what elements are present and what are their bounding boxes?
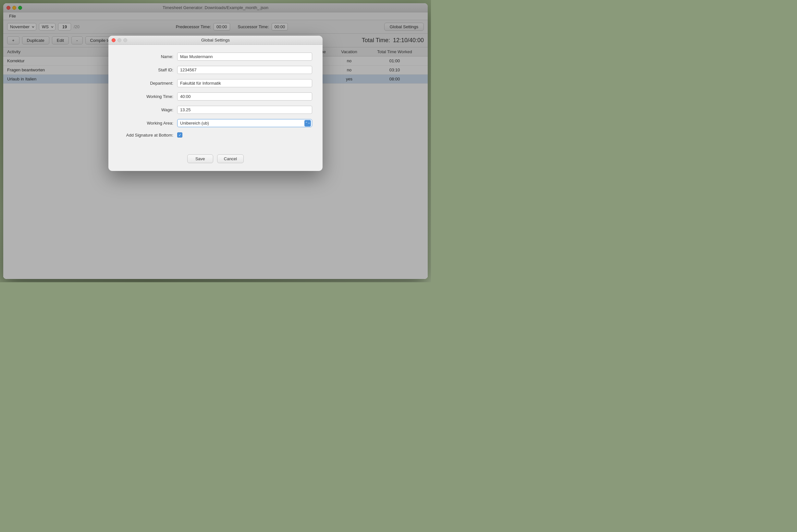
- working-area-select[interactable]: Unibereich (ub): [177, 119, 312, 127]
- staff-id-row: Staff ID:: [119, 66, 312, 74]
- working-area-select-wrapper: Unibereich (ub): [177, 119, 312, 127]
- name-label: Name:: [119, 54, 177, 59]
- signature-row: Add Signature at Bottom:: [119, 132, 312, 137]
- wage-input[interactable]: [177, 106, 312, 114]
- modal-overlay: Global Settings Name: Staff ID: Departme…: [3, 3, 428, 279]
- modal-title-bar: Global Settings: [108, 36, 322, 45]
- save-button[interactable]: Save: [187, 154, 213, 163]
- modal-body: Name: Staff ID: Department: Working Time…: [108, 45, 322, 149]
- name-input[interactable]: [177, 53, 312, 61]
- modal-close-button[interactable]: [112, 38, 115, 42]
- working-area-label: Working Area:: [119, 121, 177, 126]
- working-area-row: Working Area: Unibereich (ub): [119, 119, 312, 127]
- signature-label: Add Signature at Bottom:: [119, 133, 177, 137]
- department-input[interactable]: [177, 79, 312, 87]
- name-row: Name:: [119, 53, 312, 61]
- working-time-input[interactable]: [177, 92, 312, 100]
- working-time-row: Working Time:: [119, 92, 312, 100]
- wage-label: Wage:: [119, 107, 177, 112]
- modal-maximize-button: [123, 38, 127, 42]
- cancel-button[interactable]: Cancel: [217, 154, 244, 163]
- modal-footer: Save Cancel: [108, 149, 322, 171]
- signature-checkbox[interactable]: [177, 132, 182, 137]
- modal-minimize-button: [117, 38, 122, 42]
- modal-title: Global Settings: [201, 38, 230, 42]
- department-label: Department:: [119, 81, 177, 86]
- wage-row: Wage:: [119, 106, 312, 114]
- signature-checkbox-wrapper: [177, 132, 182, 137]
- modal-traffic-lights: [112, 38, 127, 42]
- staff-id-label: Staff ID:: [119, 68, 177, 72]
- global-settings-modal: Global Settings Name: Staff ID: Departme…: [108, 36, 322, 171]
- working-time-label: Working Time:: [119, 94, 177, 99]
- staff-id-input[interactable]: [177, 66, 312, 74]
- main-window: Timesheet Generator: Downloads/Example_m…: [3, 3, 428, 279]
- department-row: Department:: [119, 79, 312, 87]
